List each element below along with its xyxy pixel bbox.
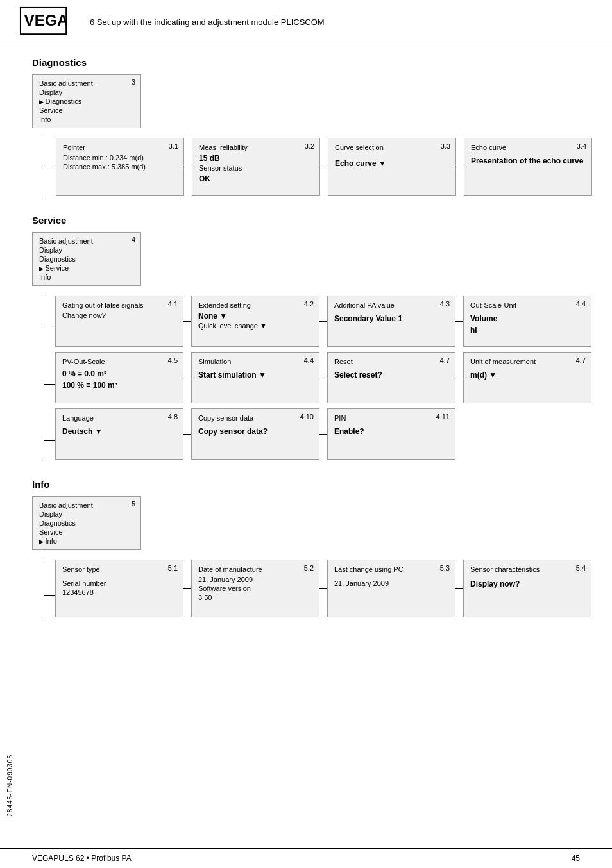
info-menu-item-info: Info xyxy=(39,537,134,546)
service-menu-item-diag: Diagnostics xyxy=(39,255,134,263)
card-4-2-value1: None ▼ xyxy=(198,312,312,321)
card-4-7b-title: Unit of measurement xyxy=(470,358,584,365)
card-4-4-title: Out-Scale-Unit xyxy=(470,301,584,309)
card-4-10: 4.10 Copy sensor data Copy sensor data? xyxy=(191,408,319,460)
card-3-1-number: 3.1 xyxy=(169,142,178,150)
card-5-4-title: Sensor characteristics xyxy=(470,565,584,573)
card-3-1-dist-max: Distance max.: 5.385 m(d) xyxy=(63,163,177,171)
card-3-3-number: 3.3 xyxy=(441,142,450,150)
card-5-1-number: 5.1 xyxy=(168,564,178,572)
card-4-11-number: 4.11 xyxy=(436,413,450,421)
info-menu-item-diag: Diagnostics xyxy=(39,519,134,528)
service-menu-item-info: Info xyxy=(39,272,134,281)
card-5-2-title: Date of manufacture xyxy=(198,565,312,573)
card-4-1: 4.1 Gating out of false signals Change n… xyxy=(55,296,183,347)
card-5-1: 5.1 Sensor type Serial number 12345678 xyxy=(55,560,183,617)
card-4-4b-number: 4.4 xyxy=(304,356,314,364)
diagnostics-menu-number: 3 xyxy=(132,78,135,86)
card-3-4-title: Echo curve xyxy=(471,144,585,151)
card-4-5-title: PV-Out-Scale xyxy=(62,358,176,365)
service-menu: 4 Basic adjustment Display Diagnostics S… xyxy=(32,232,141,286)
diagnostics-menu: 3 Basic adjustment Display Diagnostics S… xyxy=(32,74,141,128)
page-content: Diagnostics 3 Basic adjustment Display D… xyxy=(0,57,612,617)
info-tree: 5 Basic adjustment Display Diagnostics S… xyxy=(32,496,580,550)
card-4-7b-value: m(d) ▼ xyxy=(470,371,584,380)
card-5-2-sw-version: 3.50 xyxy=(198,594,312,601)
menu-item-info: Info xyxy=(39,115,134,124)
footer-right: 45 xyxy=(572,854,580,863)
card-4-3-number: 4.3 xyxy=(440,300,450,308)
info-menu-item-display: Display xyxy=(39,510,134,519)
card-4-4-value2: hl xyxy=(470,326,584,335)
card-4-10-number: 4.10 xyxy=(300,413,314,421)
card-4-3-value: Secondary Value 1 xyxy=(334,314,448,323)
card-4-2-value2: Quick level change ▼ xyxy=(198,322,312,330)
card-3-1: 3.1 Pointer Distance min.: 0.234 m(d) Di… xyxy=(56,138,184,196)
card-3-4: 3.4 Echo curve Presentation of the echo … xyxy=(464,138,592,196)
info-menu-item-basic: Basic adjustment xyxy=(39,501,134,510)
card-3-2-value1: 15 dB xyxy=(199,154,313,163)
card-3-3-title: Curve selection xyxy=(335,144,449,151)
info-section: Info 5 Basic adjustment Display Diagnost… xyxy=(32,479,580,617)
card-5-3: 5.3 Last change using PC 21. January 200… xyxy=(327,560,455,617)
card-4-2-title: Extended setting xyxy=(198,301,312,309)
card-4-4b-title: Simulation xyxy=(198,358,312,365)
card-4-1-line: Change now? xyxy=(62,312,176,319)
card-4-4-value1: Volume xyxy=(470,314,584,323)
card-3-2-title: Meas. reliability xyxy=(199,144,313,151)
menu-item-diagnostics: Diagnostics xyxy=(39,97,134,106)
card-4-11-title: PIN xyxy=(334,414,448,422)
menu-item-display: Display xyxy=(39,88,134,97)
card-3-4-value: Presentation of the echo curve xyxy=(471,156,585,165)
diagnostics-section: Diagnostics 3 Basic adjustment Display D… xyxy=(32,57,580,196)
side-label: 28445-EN-090305 xyxy=(6,755,13,817)
card-4-8-value: Deutsch ▼ xyxy=(62,427,176,436)
card-3-2-value2: OK xyxy=(199,174,313,183)
card-4-3-title: Additional PA value xyxy=(334,301,448,309)
card-4-2-number: 4.2 xyxy=(304,300,314,308)
card-4-3: 4.3 Additional PA value Secondary Value … xyxy=(327,296,455,347)
card-4-4: 4.4 Out-Scale-Unit Volume hl xyxy=(463,296,591,347)
card-4-2: 4.2 Extended setting None ▼ Quick level … xyxy=(191,296,319,347)
card-5-1-serial-label: Serial number xyxy=(62,580,176,587)
card-4-1-title: Gating out of false signals xyxy=(62,301,176,309)
card-4-10-value: Copy sensor data? xyxy=(198,427,312,436)
card-3-2-number: 3.2 xyxy=(305,142,314,150)
card-4-4-number: 4.4 xyxy=(576,300,586,308)
card-4-4b-value: Start simulation ▼ xyxy=(198,371,312,380)
card-4-8-number: 4.8 xyxy=(168,413,178,421)
card-5-2: 5.2 Date of manufacture 21. January 2009… xyxy=(191,560,319,617)
card-5-3-title: Last change using PC xyxy=(334,565,448,573)
card-3-3: 3.3 Curve selection Echo curve ▼ xyxy=(328,138,456,196)
card-5-3-number: 5.3 xyxy=(440,564,450,572)
page-footer: VEGAPULS 62 • Profibus PA 45 xyxy=(0,848,612,868)
card-4-8-title: Language xyxy=(62,414,176,422)
card-4-7b: 4.7 Unit of measurement m(d) ▼ xyxy=(463,352,591,403)
info-menu-number: 5 xyxy=(132,500,135,508)
card-5-4-value: Display now? xyxy=(470,580,584,588)
card-5-4-number: 5.4 xyxy=(576,564,586,572)
card-5-2-sw-label: Software version xyxy=(198,585,312,592)
card-3-1-title: Pointer xyxy=(63,144,177,151)
service-section: Service 4 Basic adjustment Display Diagn… xyxy=(32,215,580,460)
card-4-4b: 4.4 Simulation Start simulation ▼ xyxy=(191,352,319,403)
info-menu-item-service: Service xyxy=(39,528,134,537)
diagnostics-tree: 3 Basic adjustment Display Diagnostics S… xyxy=(32,74,580,128)
card-5-3-date: 21. January 2009 xyxy=(334,580,448,587)
card-5-2-number: 5.2 xyxy=(304,564,314,572)
header-title: 6 Set up with the indicating and adjustm… xyxy=(90,17,325,27)
card-4-5-number: 4.5 xyxy=(168,356,178,364)
card-4-7a-title: Reset xyxy=(334,358,448,365)
info-title: Info xyxy=(32,479,580,490)
page-header: VEGA 6 Set up with the indicating and ad… xyxy=(0,0,612,44)
card-4-7a-value: Select reset? xyxy=(334,371,448,380)
card-4-5: 4.5 PV-Out-Scale 0 % = 0.0 m³ 100 % = 10… xyxy=(55,352,183,403)
service-tree: 4 Basic adjustment Display Diagnostics S… xyxy=(32,232,580,286)
card-4-7b-number: 4.7 xyxy=(576,356,586,364)
card-4-7a: 4.7 Reset Select reset? xyxy=(327,352,455,403)
card-5-4: 5.4 Sensor characteristics Display now? xyxy=(463,560,591,617)
footer-left: VEGAPULS 62 • Profibus PA xyxy=(32,854,132,863)
menu-item-basic-adj: Basic adjustment xyxy=(39,79,134,88)
service-menu-number: 4 xyxy=(132,236,135,244)
card-4-7a-number: 4.7 xyxy=(440,356,450,364)
